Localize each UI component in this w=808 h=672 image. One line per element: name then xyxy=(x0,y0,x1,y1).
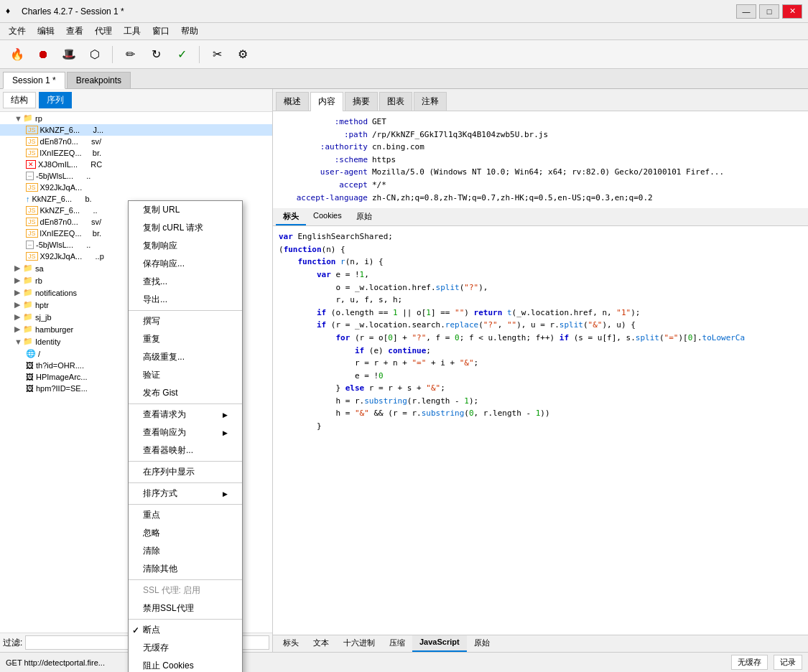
ctx-copy-curl[interactable]: 复制 cURL 请求 xyxy=(129,219,242,237)
menu-window[interactable]: 窗口 xyxy=(147,24,175,39)
ctx-repeat[interactable]: 重复 xyxy=(129,330,242,348)
tree-item-x92-1[interactable]: JS X92JkJqA... xyxy=(0,182,272,193)
sequence-view-btn[interactable]: 序列 xyxy=(39,92,72,108)
ctx-save-response[interactable]: 保存响应... xyxy=(129,255,242,273)
tab-summary[interactable]: 摘要 xyxy=(345,92,378,111)
menu-edit[interactable]: 编辑 xyxy=(32,24,60,39)
tools-btn[interactable]: ✂ xyxy=(205,43,228,66)
header-row-accept: accept */* xyxy=(279,179,802,192)
ctx-sort[interactable]: 排序方式 xyxy=(129,485,242,503)
js-file-icon2: JS xyxy=(26,137,38,146)
code-line-9: for (r = o[0] + "?", f = 0; f < u.length… xyxy=(279,332,802,345)
ctx-view-response[interactable]: 查看响应为 xyxy=(129,424,242,442)
tab-notes[interactable]: 注释 xyxy=(414,92,447,111)
sub-tab-cookies[interactable]: Cookies xyxy=(306,209,349,225)
img-icon3: 🖼 xyxy=(26,384,34,393)
session-btn[interactable]: 🎩 xyxy=(57,43,80,66)
tree-item-kkn1[interactable]: JS KkNZF_6... J... xyxy=(0,124,272,136)
ctx-breakpoint[interactable]: ✓ 断点 xyxy=(129,621,242,639)
code-line-8: if (r = _w.location.search.replace("?", … xyxy=(279,319,802,332)
window-controls[interactable]: — □ ✕ xyxy=(736,4,802,19)
menubar: 文件 编辑 查看 代理 工具 窗口 帮助 xyxy=(0,23,808,40)
check-btn[interactable]: ✓ xyxy=(170,43,193,66)
dash-file-icon: – xyxy=(26,172,34,180)
app-icon: ♦ xyxy=(6,6,17,17)
js-file-icon4: JS xyxy=(26,183,38,192)
ctx-clear-others[interactable]: 清除其他 xyxy=(129,560,242,578)
menu-help[interactable]: 帮助 xyxy=(175,24,204,39)
gear-btn[interactable]: ⚙ xyxy=(231,43,254,66)
record-btn[interactable]: 🔥 xyxy=(6,43,29,66)
js-file-icon7: JS xyxy=(26,229,38,238)
sub-tab-raw[interactable]: 原始 xyxy=(349,209,379,225)
tab-content[interactable]: 内容 xyxy=(310,92,343,111)
tab-session1[interactable]: Session 1 * xyxy=(3,72,65,89)
menu-tools[interactable]: 工具 xyxy=(118,24,147,39)
ctx-clear[interactable]: 清除 xyxy=(129,542,242,560)
js-file-icon: JS xyxy=(26,126,38,134)
sub-tab-headers[interactable]: 标头 xyxy=(276,209,306,225)
up-arrow-icon: ↑ xyxy=(26,195,30,203)
structure-view-btn[interactable]: 结构 xyxy=(3,92,36,108)
ctx-no-cache[interactable]: 无缓存 xyxy=(129,639,242,657)
ctx-sep2 xyxy=(129,403,242,404)
tab-breakpoints[interactable]: Breakpoints xyxy=(67,72,131,88)
tree-item-rp[interactable]: ▼ 📁 rp xyxy=(0,112,272,124)
js-file-icon6: JS xyxy=(26,218,38,226)
stop-btn[interactable]: ⏺ xyxy=(32,43,55,66)
bottom-tab-headers[interactable]: 标头 xyxy=(276,635,306,652)
pen-btn[interactable]: ✏ xyxy=(119,43,141,66)
no-cache-btn[interactable]: 无缓存 xyxy=(731,655,768,670)
header-row-method: :method GET xyxy=(279,116,802,129)
tree-item-5bj1[interactable]: – -5bjWlsL... .. xyxy=(0,170,272,182)
code-line-1: var EnglishSearchShared; xyxy=(279,230,802,243)
ctx-block-cookies[interactable]: 阻止 Cookies xyxy=(129,657,242,672)
code-line-13: } else r = r + s + "&"; xyxy=(279,382,802,395)
ctx-export[interactable]: 导出... xyxy=(129,291,242,309)
tree-item-den1[interactable]: JS dEn87n0... sv/ xyxy=(0,136,272,147)
ctx-ignore[interactable]: 忽略 xyxy=(129,524,242,542)
tree-item-xj8[interactable]: ✕ XJ8OmIL... RC xyxy=(0,159,272,170)
bottom-tab-raw[interactable]: 原始 xyxy=(467,635,497,652)
view-toggles: 结构 序列 xyxy=(0,89,272,112)
tree-item-lxn1[interactable]: JS lXnIEZEQ... br. xyxy=(0,147,272,159)
header-row-scheme: :scheme https xyxy=(279,154,802,167)
bottom-tab-hex[interactable]: 十六进制 xyxy=(336,635,382,652)
ctx-validate[interactable]: 验证 xyxy=(129,366,242,384)
ctx-highlight[interactable]: 重点 xyxy=(129,506,242,524)
ctx-copy-url[interactable]: 复制 URL xyxy=(129,201,242,219)
bottom-tab-compressed[interactable]: 压缩 xyxy=(382,635,412,652)
folder-icon-hptr: 📁 xyxy=(23,300,33,309)
js-file-icon3: JS xyxy=(26,149,38,157)
ctx-viewer-mapping[interactable]: 查看器映射... xyxy=(129,442,242,459)
menu-view[interactable]: 查看 xyxy=(60,24,89,39)
minimize-btn[interactable]: — xyxy=(736,4,756,19)
ctx-publish-gist[interactable]: 发布 Gist xyxy=(129,384,242,402)
ctx-ssl-proxy-enable[interactable]: SSL 代理: 启用 xyxy=(129,582,242,599)
refresh-btn[interactable]: ↻ xyxy=(144,43,167,66)
code-area[interactable]: var EnglishSearchShared; (function(n) { … xyxy=(273,226,808,635)
ctx-find[interactable]: 查找... xyxy=(129,273,242,291)
expand-icon: ▼ xyxy=(14,114,23,123)
headers-area: :method GET :path /rp/KkNZF_6GkI7l1q3Kq4… xyxy=(273,111,808,209)
menu-proxy[interactable]: 代理 xyxy=(89,24,118,39)
ctx-compose[interactable]: 撰写 xyxy=(129,312,242,330)
ctx-ssl-proxy-disable[interactable]: 禁用SSL代理 xyxy=(129,599,242,617)
right-panel: 概述 内容 摘要 图表 注释 :method GET :path /rp/KkN… xyxy=(273,89,808,652)
maximize-btn[interactable]: □ xyxy=(759,4,779,19)
ctx-copy-response[interactable]: 复制响应 xyxy=(129,237,242,255)
js-file-icon8: JS xyxy=(26,252,38,261)
close-btn[interactable]: ✕ xyxy=(782,4,802,19)
ctx-show-in-sequence[interactable]: 在序列中显示 xyxy=(129,463,242,481)
folder-icon-rb: 📁 xyxy=(23,276,33,285)
bottom-tab-text[interactable]: 文本 xyxy=(306,635,336,652)
ctx-view-request[interactable]: 查看请求为 xyxy=(129,406,242,424)
log-btn[interactable]: 记录 xyxy=(774,655,802,670)
throttle-btn[interactable]: ⬡ xyxy=(83,43,106,66)
menu-file[interactable]: 文件 xyxy=(3,24,32,39)
bottom-tab-javascript[interactable]: JavaScript xyxy=(412,635,467,652)
img-icon2: 🖼 xyxy=(26,373,34,381)
ctx-advanced-repeat[interactable]: 高级重复... xyxy=(129,348,242,366)
tab-overview[interactable]: 概述 xyxy=(276,92,309,111)
tab-chart[interactable]: 图表 xyxy=(379,92,412,111)
